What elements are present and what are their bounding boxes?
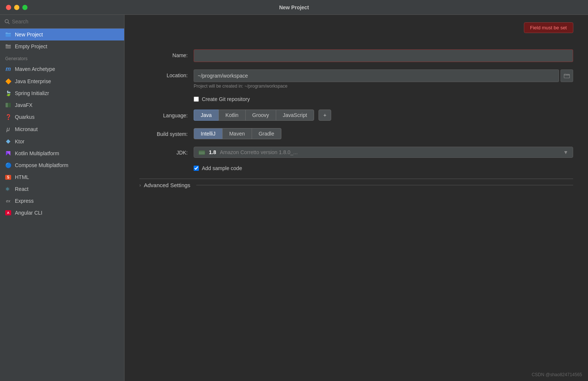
javafx-label: JavaFX	[15, 102, 32, 108]
build-gradle-button[interactable]: Gradle	[252, 128, 281, 139]
build-system-label: Build system:	[139, 128, 188, 137]
sidebar-item-spring-initializr[interactable]: 🍃 Spring Initializr	[0, 87, 124, 99]
chevron-right-icon: ›	[139, 183, 141, 188]
build-maven-button[interactable]: Maven	[223, 128, 252, 139]
window-controls[interactable]	[6, 5, 28, 10]
search-box	[0, 15, 124, 29]
git-repo-label: Create Git repository	[202, 96, 250, 102]
sidebar: New Project Empty Project Generators m M…	[0, 15, 125, 381]
jdk-dropdown[interactable]: 1.8 Amazon Corretto version 1.8.0_... ▼	[194, 147, 573, 158]
micronaut-label: Micronaut	[15, 126, 38, 132]
sidebar-item-micronaut[interactable]: μ Micronaut	[0, 123, 124, 136]
svg-line-1	[8, 23, 10, 24]
react-label: React	[15, 186, 29, 192]
right-panel: Field must be set Name: Location:	[125, 15, 588, 381]
maximize-button[interactable]	[22, 5, 28, 10]
sample-code-row: Add sample code	[139, 165, 573, 171]
html-icon: 5	[5, 175, 11, 180]
jdk-description: Amazon Corretto version 1.8.0_...	[220, 149, 297, 155]
error-tooltip: Field must be set	[524, 22, 573, 33]
maven-archetype-label: Maven Archetype	[15, 66, 55, 72]
location-control: Project will be created in: ~/program/wo…	[194, 69, 573, 89]
sample-code-label: Add sample code	[202, 165, 242, 171]
folder-empty-icon	[5, 43, 11, 49]
sidebar-item-new-project[interactable]: New Project	[0, 29, 124, 40]
window-title: New Project	[279, 4, 309, 10]
compose-icon: 🔵	[5, 162, 11, 168]
svg-rect-10	[199, 151, 205, 155]
folder-browse-icon	[564, 73, 570, 78]
kotlin-multiplatform-label: Kotlin Multiplatform	[15, 150, 59, 156]
advanced-settings-label: Advanced Settings	[144, 182, 190, 188]
close-button[interactable]	[6, 5, 11, 10]
watermark: CSDN @shao824714565	[532, 372, 582, 377]
sidebar-item-html[interactable]: 5 HTML	[0, 171, 124, 183]
quarkus-icon: ❓	[5, 114, 11, 120]
svg-rect-5	[8, 103, 11, 107]
jdk-label: JDK:	[139, 147, 188, 156]
sidebar-item-empty-project[interactable]: Empty Project	[0, 40, 124, 52]
angular-cli-label: Angular CLI	[15, 210, 42, 216]
svg-marker-6	[6, 139, 10, 144]
react-icon: ⚛	[5, 186, 11, 192]
build-system-button-group: IntelliJ Maven Gradle	[194, 128, 573, 139]
lang-java-button[interactable]: Java	[194, 110, 219, 121]
ktor-icon	[5, 139, 11, 144]
java-enterprise-label: Java Enterprise	[15, 78, 51, 84]
minimize-button[interactable]	[14, 5, 19, 10]
name-control	[194, 49, 573, 62]
jdk-row: JDK: 1.8 Amazon Corretto version 1.8.0_.…	[139, 147, 573, 158]
sidebar-item-quarkus[interactable]: ❓ Quarkus	[0, 111, 124, 123]
lang-javascript-button[interactable]: JavaScript	[276, 110, 314, 121]
jdk-version: 1.8	[209, 149, 216, 155]
spring-initializr-label: Spring Initializr	[15, 90, 49, 96]
language-button-group: Java Kotlin Groovy JavaScript	[194, 110, 314, 121]
angular-icon: A	[5, 210, 11, 215]
quarkus-label: Quarkus	[15, 114, 35, 120]
location-row: Location: Project will be created in: ~/…	[139, 69, 573, 89]
git-repo-row: Create Git repository	[139, 96, 573, 102]
java-icon: 🔶	[5, 78, 11, 84]
git-repo-checkbox[interactable]	[194, 97, 199, 102]
sidebar-item-express[interactable]: ex Express	[0, 195, 124, 207]
name-input[interactable]	[194, 49, 573, 62]
javafx-icon	[5, 102, 11, 108]
name-row: Name:	[139, 49, 573, 62]
language-row: Language: Java Kotlin Groovy JavaScript …	[139, 110, 573, 121]
kotlin-multiplatform-icon	[5, 150, 11, 156]
sidebar-new-project-label: New Project	[15, 32, 43, 38]
browse-button[interactable]	[560, 69, 573, 82]
sidebar-item-angular-cli[interactable]: A Angular CLI	[0, 207, 124, 219]
sidebar-item-javafx[interactable]: JavaFX	[0, 99, 124, 111]
lang-kotlin-button[interactable]: Kotlin	[219, 110, 245, 121]
build-intellij-button[interactable]: IntelliJ	[194, 128, 223, 139]
sidebar-item-ktor[interactable]: Ktor	[0, 136, 124, 147]
folder-icon	[5, 32, 11, 38]
express-icon: ex	[5, 199, 11, 203]
sidebar-item-compose-multiplatform[interactable]: 🔵 Compose Multiplatform	[0, 159, 124, 171]
dropdown-arrow-icon: ▼	[563, 149, 568, 155]
add-language-button[interactable]: +	[319, 110, 331, 121]
ktor-label: Ktor	[15, 139, 25, 144]
location-input[interactable]	[194, 69, 559, 82]
lang-groovy-button[interactable]: Groovy	[245, 110, 276, 121]
search-input[interactable]	[12, 19, 120, 25]
sidebar-item-java-enterprise[interactable]: 🔶 Java Enterprise	[0, 75, 124, 87]
advanced-settings-section[interactable]: › Advanced Settings	[139, 179, 573, 191]
spring-icon: 🍃	[5, 90, 11, 96]
divider-line	[196, 185, 573, 185]
sample-code-checkbox[interactable]	[194, 166, 199, 171]
sidebar-item-maven-archetype[interactable]: m Maven Archetype	[0, 63, 124, 75]
sidebar-item-kotlin-multiplatform[interactable]: Kotlin Multiplatform	[0, 147, 124, 159]
location-hint: Project will be created in: ~/program/wo…	[194, 84, 573, 89]
maven-icon: m	[5, 66, 11, 72]
title-bar: New Project	[0, 0, 588, 15]
sidebar-item-react[interactable]: ⚛ React	[0, 183, 124, 195]
sidebar-empty-project-label: Empty Project	[15, 43, 47, 49]
express-label: Express	[15, 198, 34, 204]
build-system-row: Build system: IntelliJ Maven Gradle	[139, 128, 573, 139]
search-icon	[4, 19, 10, 24]
micronaut-icon: μ	[5, 126, 11, 133]
jdk-folder-icon	[198, 150, 205, 155]
html-label: HTML	[15, 174, 29, 180]
